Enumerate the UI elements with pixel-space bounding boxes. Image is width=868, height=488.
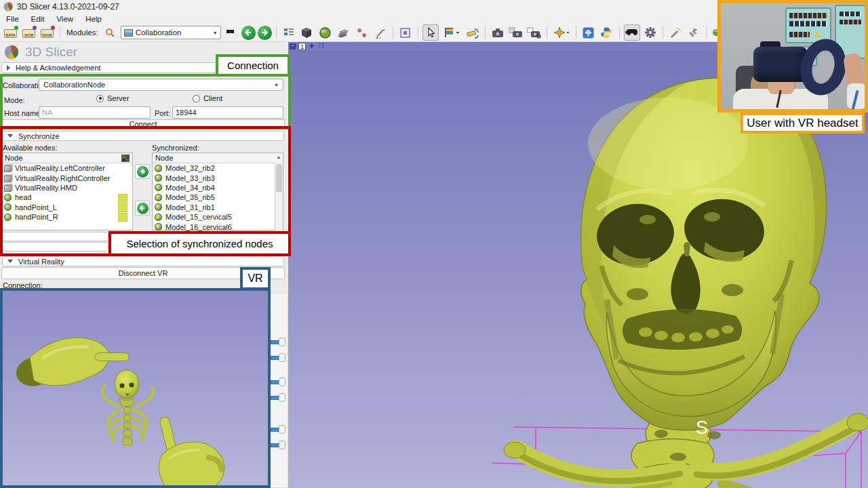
model-node-icon (4, 214, 12, 221)
virtual-reality-section-header[interactable]: Virtual Reality (2, 256, 284, 266)
extensions-manager-icon[interactable] (580, 24, 597, 41)
vr-slider[interactable] (271, 338, 288, 346)
module-icon (124, 29, 133, 37)
available-nodes-label: Available nodes: (3, 144, 58, 152)
mini-skeleton-model (102, 370, 153, 445)
connect-button[interactable]: Connect (1, 119, 285, 129)
menu-help[interactable]: Help (79, 15, 108, 23)
add-data-button[interactable]: DATA (3, 25, 19, 40)
list-item[interactable]: Model_33_rib3 (153, 173, 283, 182)
module-history-button[interactable] (223, 24, 239, 41)
list-item[interactable]: handPoint_R (2, 212, 132, 222)
units-ruler-icon[interactable] (465, 24, 481, 41)
add-to-synchronized-button[interactable] (135, 164, 150, 179)
left-arrow-icon (137, 203, 149, 214)
list-item[interactable]: handPoint_L (2, 203, 132, 212)
annotation-pen-icon[interactable] (372, 24, 389, 41)
settings-wrench-icon[interactable] (686, 24, 702, 41)
volume-cube-icon[interactable] (299, 24, 315, 41)
module-selector[interactable]: Collaboration ▼ (121, 26, 221, 39)
color-swatch[interactable] (118, 213, 127, 222)
electrical-cabinet (785, 7, 831, 43)
color-swatch[interactable] (118, 203, 127, 212)
save-star-icon (51, 26, 55, 30)
list-item[interactable]: head (2, 192, 132, 202)
model-node-icon (155, 223, 162, 230)
empty-field[interactable] (1, 232, 108, 241)
module-search-icon[interactable] (102, 24, 119, 41)
available-nodes-list[interactable]: Node VirtualReality.LeftController Virtu… (1, 152, 133, 230)
model-node-icon (155, 203, 162, 211)
radio-selected-icon (96, 95, 104, 102)
models-sphere-icon[interactable] (317, 24, 334, 41)
column-settings-icon[interactable] (121, 155, 130, 162)
list-item[interactable]: Model_35_rib5 (153, 192, 283, 202)
vr-headset (753, 47, 808, 82)
orientation-marker: S (696, 418, 708, 438)
vr-headset-button[interactable] (624, 24, 640, 41)
chevron-down-icon: ▼ (213, 30, 218, 35)
collapse-arrow-icon (7, 65, 10, 70)
capture-region-icon[interactable] (397, 24, 414, 41)
model-node-icon (155, 165, 162, 172)
model-node-icon (155, 174, 162, 182)
vr-slider[interactable] (271, 353, 288, 362)
list-item[interactable]: VirtualReality.RightController (2, 173, 132, 182)
vr-settings-gear-icon[interactable] (642, 24, 658, 41)
color-swatch[interactable] (118, 194, 127, 203)
markups-button[interactable] (551, 24, 572, 41)
port-input[interactable] (172, 106, 283, 119)
menu-file[interactable]: File (0, 15, 25, 23)
host-name-input[interactable] (39, 106, 151, 119)
collaboration-node-selector[interactable]: CollaborationNode ▼ (39, 79, 283, 91)
screenshot-camera-icon[interactable] (490, 24, 506, 41)
python-console-icon[interactable] (599, 24, 615, 41)
radio-unselected-icon (193, 95, 200, 102)
vr-slider[interactable] (271, 425, 288, 434)
scene-capture-camera-icon[interactable] (526, 24, 542, 41)
colors-flag-button[interactable] (441, 24, 462, 41)
synchronized-list-header: Node (153, 153, 283, 163)
transform-node-icon (4, 185, 12, 192)
vr-slider[interactable] (271, 378, 288, 386)
synchronize-section-header[interactable]: Synchronize (2, 131, 284, 141)
menu-edit[interactable]: Edit (25, 15, 51, 23)
remove-from-synchronized-button[interactable] (135, 201, 150, 216)
menu-view[interactable]: View (50, 15, 79, 23)
list-item[interactable]: Model_15_cervical5 (153, 212, 283, 222)
magic-wand-icon[interactable] (667, 24, 684, 41)
vr-slider[interactable] (271, 441, 288, 449)
vr-preview-view[interactable] (0, 288, 271, 488)
fiducials-icon[interactable] (354, 24, 370, 41)
dicom-star-icon (33, 26, 37, 30)
webcam-annotation-label: User with VR headset (741, 113, 865, 134)
scene-views-camera-icon[interactable] (508, 24, 524, 41)
save-button[interactable]: SAVE (39, 25, 56, 40)
synchronized-nodes-list[interactable]: Node Model_32_rib2 Model_33_rib3 Model_3… (152, 152, 283, 230)
list-item[interactable]: VirtualReality.LeftController (2, 163, 132, 173)
client-radio[interactable]: Client (193, 94, 222, 102)
list-scrollbar[interactable] (275, 163, 283, 230)
list-item[interactable]: VirtualReality.HMD (2, 183, 132, 192)
module-forward-button[interactable] (258, 26, 272, 40)
list-item[interactable]: Model_31_rib1 (153, 203, 283, 212)
cursor-tool-button[interactable] (422, 24, 439, 41)
list-item[interactable]: Model_32_rib2 (153, 163, 283, 173)
list-item[interactable]: Model_16_cervical6 (153, 222, 283, 231)
add-data-star-icon (14, 26, 18, 30)
modules-label: Modules: (64, 28, 100, 37)
window-title: 3D Slicer 4.13.0-2021-09-27 (17, 2, 119, 12)
chevron-down-icon: ▼ (274, 83, 279, 87)
webcam-feed (717, 0, 868, 113)
layout-selector-button[interactable] (281, 24, 297, 41)
port-label: Port: (155, 109, 170, 117)
layers-icon[interactable] (336, 24, 352, 41)
empty-field[interactable] (1, 242, 108, 251)
dicom-button[interactable]: DCM (21, 25, 37, 40)
list-item[interactable]: Model_34_rib4 (153, 183, 283, 192)
vr-slider[interactable] (271, 393, 288, 402)
scroll-up-icon[interactable]: ▲ (275, 155, 283, 159)
slicer-logo-icon (3, 2, 13, 12)
module-back-button[interactable] (241, 26, 256, 40)
server-radio[interactable]: Server (96, 94, 129, 102)
